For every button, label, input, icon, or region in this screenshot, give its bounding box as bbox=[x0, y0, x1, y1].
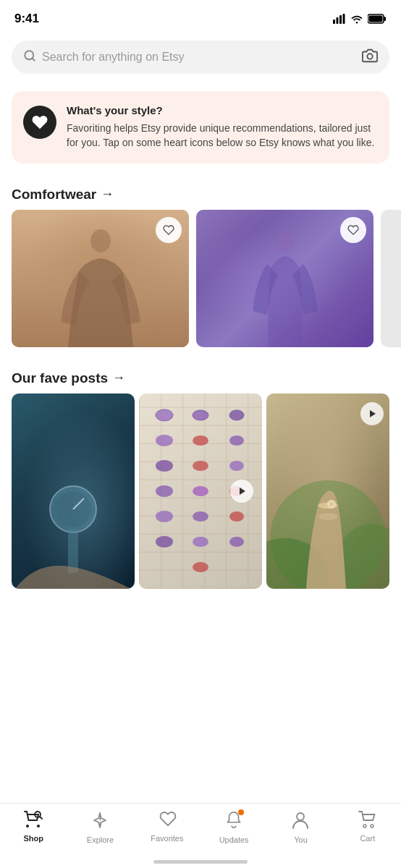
product-card-3-partial bbox=[381, 210, 401, 347]
banner-title: What's your style? bbox=[67, 104, 378, 116]
svg-point-18 bbox=[229, 410, 244, 420]
comfortwear-arrow: → bbox=[101, 187, 114, 202]
nav-item-cart[interactable]: Cart bbox=[346, 811, 389, 843]
svg-marker-35 bbox=[240, 488, 245, 495]
nav-label-updates: Updates bbox=[219, 835, 249, 844]
heart-icon-circle bbox=[23, 106, 56, 139]
svg-point-49 bbox=[297, 813, 304, 820]
svg-marker-43 bbox=[370, 410, 376, 417]
svg-point-10 bbox=[90, 229, 111, 252]
nav-item-shop[interactable]: Shop bbox=[12, 811, 55, 843]
post-card-3[interactable] bbox=[266, 393, 389, 589]
play-btn-2[interactable] bbox=[230, 480, 253, 503]
nav-item-updates[interactable]: Updates bbox=[212, 811, 256, 844]
svg-point-23 bbox=[193, 461, 208, 471]
bottom-nav: Shop Explore Favorites Updates bbox=[0, 803, 401, 868]
svg-rect-5 bbox=[384, 17, 386, 21]
nav-label-explore: Explore bbox=[87, 835, 114, 844]
status-icons bbox=[333, 14, 387, 24]
svg-point-20 bbox=[193, 435, 208, 446]
svg-point-11 bbox=[276, 231, 295, 253]
camera-icon[interactable] bbox=[362, 48, 378, 67]
product-card-2[interactable] bbox=[196, 210, 373, 347]
svg-point-17 bbox=[193, 410, 208, 420]
wifi-icon bbox=[350, 14, 363, 24]
style-banner: What's your style? Favoriting helps Etsy… bbox=[12, 91, 389, 163]
notification-dot bbox=[238, 809, 244, 815]
posts-grid bbox=[0, 393, 401, 600]
product-card-1[interactable] bbox=[12, 210, 189, 347]
svg-line-8 bbox=[32, 58, 34, 60]
svg-point-31 bbox=[156, 536, 173, 548]
nav-item-you[interactable]: You bbox=[279, 811, 322, 844]
shop-icon bbox=[24, 811, 43, 831]
svg-rect-0 bbox=[333, 20, 335, 24]
svg-point-22 bbox=[156, 460, 173, 472]
svg-point-9 bbox=[367, 54, 372, 59]
nav-label-you: You bbox=[294, 835, 308, 844]
banner-body: Favoriting helps Etsy provide unique rec… bbox=[67, 121, 378, 150]
play-btn-3[interactable] bbox=[360, 402, 384, 425]
svg-point-24 bbox=[229, 461, 244, 471]
nav-label-shop: Shop bbox=[23, 834, 43, 843]
favorites-icon bbox=[158, 811, 177, 831]
search-bar[interactable]: Search for anything on Etsy bbox=[12, 41, 389, 74]
svg-line-48 bbox=[100, 817, 101, 820]
svg-point-40 bbox=[318, 513, 337, 520]
status-time: 9:41 bbox=[14, 12, 39, 26]
post-card-1[interactable] bbox=[12, 393, 135, 589]
favorite-btn-2[interactable] bbox=[340, 217, 366, 243]
search-placeholder: Search for anything on Etsy bbox=[42, 51, 356, 64]
battery-icon bbox=[368, 14, 387, 24]
comfortwear-title: Comfortwear bbox=[12, 187, 96, 203]
banner-content: What's your style? Favoriting helps Etsy… bbox=[67, 104, 378, 150]
svg-rect-1 bbox=[337, 17, 339, 24]
fave-posts-header[interactable]: Our fave posts → bbox=[0, 359, 401, 393]
svg-point-42 bbox=[329, 502, 334, 506]
post-image-1 bbox=[12, 393, 135, 589]
fave-posts-arrow: → bbox=[112, 370, 125, 386]
svg-point-29 bbox=[193, 511, 208, 522]
svg-rect-6 bbox=[369, 16, 383, 22]
svg-point-19 bbox=[156, 435, 173, 446]
svg-point-16 bbox=[156, 409, 173, 421]
svg-rect-2 bbox=[339, 15, 342, 24]
svg-line-47 bbox=[40, 817, 42, 819]
post-card-2[interactable] bbox=[139, 393, 262, 589]
nav-label-favorites: Favorites bbox=[151, 834, 183, 843]
nav-item-favorites[interactable]: Favorites bbox=[145, 811, 189, 843]
comfortwear-header[interactable]: Comfortwear → bbox=[0, 175, 401, 210]
search-container: Search for anything on Etsy bbox=[0, 35, 401, 85]
home-indicator bbox=[153, 860, 248, 864]
svg-point-34 bbox=[193, 562, 208, 572]
svg-point-32 bbox=[193, 537, 208, 547]
svg-point-33 bbox=[229, 537, 244, 547]
svg-point-30 bbox=[229, 511, 244, 522]
search-icon bbox=[23, 49, 36, 65]
svg-point-51 bbox=[371, 825, 373, 827]
svg-point-28 bbox=[156, 511, 173, 522]
svg-point-25 bbox=[156, 485, 173, 497]
you-icon bbox=[292, 811, 309, 833]
explore-icon bbox=[90, 811, 109, 833]
svg-point-50 bbox=[363, 825, 366, 827]
updates-icon-wrap bbox=[225, 811, 242, 833]
fave-posts-title: Our fave posts bbox=[12, 370, 108, 386]
svg-point-21 bbox=[229, 435, 244, 446]
svg-point-44 bbox=[26, 825, 29, 827]
nav-label-cart: Cart bbox=[360, 834, 375, 843]
status-bar: 9:41 bbox=[0, 0, 401, 35]
nav-item-explore[interactable]: Explore bbox=[78, 811, 122, 844]
signal-icon bbox=[333, 14, 346, 24]
favorite-btn-1[interactable] bbox=[156, 217, 182, 243]
svg-point-26 bbox=[193, 486, 208, 496]
svg-rect-3 bbox=[343, 14, 345, 24]
svg-point-45 bbox=[37, 825, 40, 827]
comfortwear-scroll bbox=[0, 210, 401, 359]
cart-icon bbox=[358, 811, 377, 831]
